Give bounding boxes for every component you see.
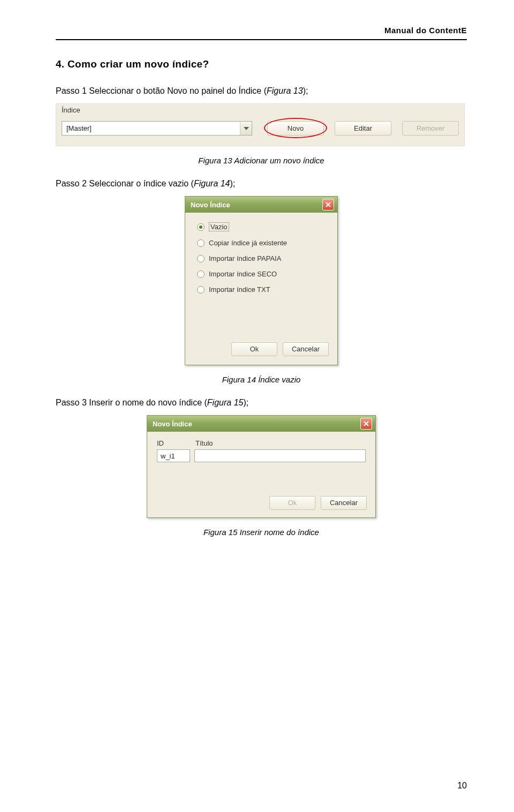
chevron-down-icon (244, 127, 249, 130)
radio-icon (197, 223, 205, 231)
form-area: ID Título (147, 432, 375, 462)
step1-prefix: Passo 1 Seleccionar o botão Novo no pain… (56, 86, 267, 95)
novo-button[interactable]: Novo (267, 121, 324, 136)
radio-option-copiar[interactable]: Copiar índice já existente (197, 239, 329, 247)
close-icon (326, 202, 331, 207)
step2-prefix: Passo 2 Seleccionar o índice vazio ( (56, 179, 194, 188)
radio-icon (197, 239, 205, 247)
editar-button[interactable]: Editar (335, 121, 391, 136)
figure15-dialog: Novo Índice ID Título (147, 415, 376, 518)
radio-icon (197, 286, 205, 294)
step3-suffix: ); (243, 398, 248, 407)
radio-option-vazio[interactable]: Vazio (197, 222, 329, 231)
radio-label: Importar índice PAPAIA (209, 254, 281, 262)
dialog-title: Novo Índice (191, 201, 230, 209)
step2-text: Passo 2 Seleccionar o índice vazio (Figu… (56, 179, 467, 189)
figure13-caption: Figura 13 Adicionar um novo índice (56, 156, 467, 165)
combo-dropdown-button[interactable] (240, 122, 252, 135)
cancel-button[interactable]: Cancelar (283, 342, 329, 356)
radio-option-seco[interactable]: Importar índice SECO (197, 270, 329, 278)
radio-label: Importar índice TXT (209, 285, 270, 294)
radio-label: Importar índice SECO (209, 270, 277, 278)
label-id: ID (157, 439, 195, 447)
step2-suffix: ); (230, 179, 236, 188)
step1-suffix: ); (303, 86, 308, 95)
figure13-panel: Índice [Master] Novo Editar Remover (56, 103, 465, 146)
step3-text: Passo 3 Inserir o nome do novo índice (F… (56, 398, 467, 408)
radio-option-list: Vazio Copiar índice já existente Importa… (185, 213, 337, 294)
radio-option-papaia[interactable]: Importar índice PAPAIA (197, 254, 329, 262)
section-heading: 4. Como criar um novo índice? (56, 58, 467, 70)
dialog-titlebar[interactable]: Novo Índice (147, 416, 375, 432)
radio-option-txt[interactable]: Importar índice TXT (197, 285, 329, 294)
page-number: 10 (457, 781, 467, 791)
figure14-caption: Figura 14 Índice vazio (56, 375, 467, 384)
step3-figref: Figura 15 (207, 398, 244, 407)
label-titulo: Título (195, 439, 213, 447)
doc-header-title: Manual do ContentE (56, 26, 467, 35)
radio-icon (197, 270, 205, 278)
dialog-button-row: Ok Cancelar (269, 496, 367, 510)
combo-selected-value: [Master] (62, 124, 240, 132)
figure14-dialog: Novo Índice Vazio Copiar índice já exist… (185, 196, 338, 365)
figure15-caption: Figura 15 Inserir nome do índice (56, 528, 467, 537)
step3-prefix: Passo 3 Inserir o nome do novo índice ( (56, 398, 207, 407)
header-divider (56, 39, 467, 40)
close-icon (364, 421, 369, 426)
titulo-input[interactable] (194, 449, 366, 462)
radio-icon (197, 255, 205, 262)
dialog-titlebar[interactable]: Novo Índice (185, 197, 337, 213)
ok-button[interactable]: Ok (269, 496, 315, 510)
id-input[interactable] (157, 449, 190, 462)
radio-label: Vazio (209, 222, 229, 231)
index-select-combo[interactable]: [Master] (62, 121, 252, 136)
step1-text: Passo 1 Seleccionar o botão Novo no pain… (56, 86, 467, 96)
svg-marker-0 (244, 127, 249, 130)
ok-button[interactable]: Ok (231, 342, 277, 356)
step1-figref: Figura 13 (267, 86, 303, 95)
panel-label-indice: Índice (62, 106, 80, 114)
dialog-button-row: Ok Cancelar (231, 342, 329, 356)
close-button[interactable] (322, 199, 334, 210)
dialog-title: Novo Índice (153, 420, 192, 428)
cancel-button[interactable]: Cancelar (321, 496, 367, 510)
close-button[interactable] (360, 418, 372, 430)
remover-button[interactable]: Remover (402, 121, 459, 136)
step2-figref: Figura 14 (194, 179, 230, 188)
radio-label: Copiar índice já existente (209, 239, 287, 247)
